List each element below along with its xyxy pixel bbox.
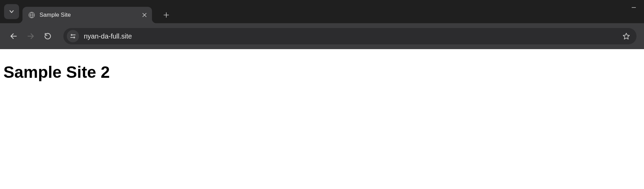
window-controls <box>624 0 644 16</box>
toolbar: nyan-da-full.site <box>0 23 644 49</box>
minimize-icon <box>631 5 637 10</box>
back-button[interactable] <box>6 29 21 44</box>
svg-point-8 <box>71 34 72 35</box>
svg-point-10 <box>74 37 75 38</box>
site-info-button[interactable] <box>67 30 79 42</box>
site-settings-icon <box>70 33 76 39</box>
tab-title: Sample Site <box>40 12 71 18</box>
address-bar[interactable]: nyan-da-full.site <box>63 28 637 44</box>
window-minimize-button[interactable] <box>624 0 644 15</box>
page-viewport: Sample Site 2 <box>0 49 644 189</box>
address-bar-url: nyan-da-full.site <box>84 32 620 40</box>
new-tab-button[interactable] <box>160 9 172 21</box>
tab-close-button[interactable] <box>141 12 148 18</box>
reload-button[interactable] <box>40 29 55 44</box>
plus-icon <box>164 12 169 18</box>
browser-tab[interactable]: Sample Site <box>22 7 152 23</box>
tab-strip: Sample Site <box>0 0 644 23</box>
chevron-down-icon <box>9 9 14 14</box>
tab-search-button[interactable] <box>4 4 19 19</box>
arrow-left-icon <box>10 32 18 40</box>
forward-button[interactable] <box>23 29 38 44</box>
reload-icon <box>44 32 51 40</box>
star-icon <box>623 32 630 40</box>
arrow-right-icon <box>27 32 35 40</box>
bookmark-button[interactable] <box>620 30 632 42</box>
globe-icon <box>28 11 35 19</box>
page-heading: Sample Site 2 <box>3 63 641 82</box>
svg-marker-12 <box>623 33 629 39</box>
close-icon <box>142 13 147 17</box>
